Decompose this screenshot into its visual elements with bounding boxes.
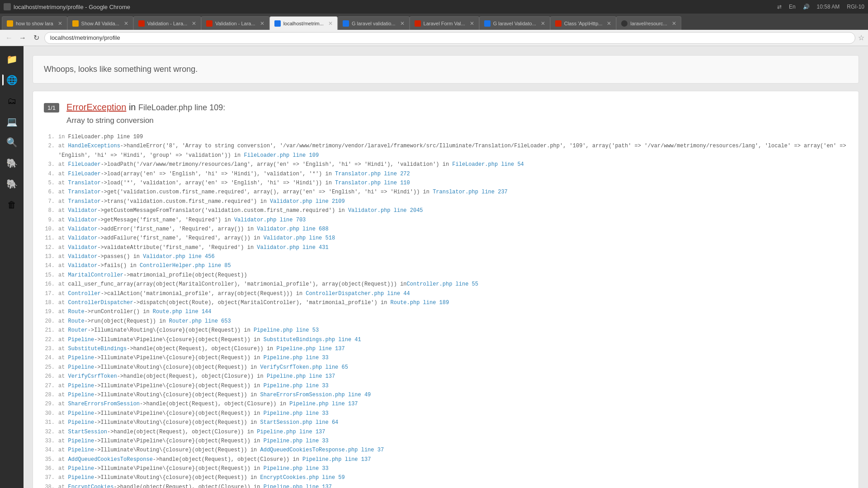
trace-class-link[interactable]: Pipeline	[68, 337, 94, 343]
tab-close-icon[interactable]: ✕	[672, 20, 676, 27]
forward-button[interactable]: →	[17, 33, 28, 43]
trace-class-link[interactable]: ControllerDispatcher	[68, 300, 133, 306]
tab-tab4[interactable]: Validation - Lara... ✕	[201, 16, 269, 30]
tab-tab5[interactable]: localhost/metrim... ✕	[269, 16, 338, 30]
taskbar-item-search[interactable]: 🔍	[2, 133, 21, 152]
trace-class-link[interactable]: VerifyCsrfToken	[68, 373, 117, 380]
trace-class-link[interactable]: Validator	[68, 207, 98, 214]
trace-file-link[interactable]: Route.php line 189	[391, 300, 449, 306]
tab-tab6[interactable]: G laravel validatio... ✕	[338, 16, 410, 30]
trace-class-link[interactable]: Pipeline	[68, 355, 94, 361]
taskbar-item-php2[interactable]: 🐘	[2, 174, 21, 193]
trace-file-link[interactable]: StartSession.php line 64	[260, 419, 338, 426]
error-class-link[interactable]: ErrorException	[66, 102, 126, 112]
trace-file-link[interactable]: Validator.php line 703	[234, 217, 306, 223]
trace-file-link[interactable]: Route.php line 144	[153, 309, 212, 315]
trace-file-link[interactable]: SubstituteBindings.php line 41	[264, 337, 361, 343]
trace-file-link[interactable]: Translator.php line 272	[335, 171, 410, 177]
tab-tab2[interactable]: Show All Valida... ✕	[67, 16, 133, 30]
trace-file-link[interactable]: ShareErrorsFromSession.php line 49	[260, 392, 371, 398]
trace-class-link[interactable]: Translator	[68, 189, 101, 195]
trace-class-link[interactable]: Pipeline	[68, 364, 94, 371]
trace-file-link[interactable]: Pipeline.php line 137	[289, 401, 358, 407]
tab-close-icon[interactable]: ✕	[192, 20, 196, 27]
trace-file-link[interactable]: ControllerHelper.php line 85	[140, 263, 231, 269]
trace-file-link[interactable]: EncryptCookies.php line 59	[260, 474, 344, 481]
trace-class-link[interactable]: Translator	[68, 198, 101, 205]
trace-class-link[interactable]: Validator	[68, 235, 98, 241]
trace-file-link[interactable]: VerifyCsrfToken.php line 65	[260, 364, 348, 371]
trace-file-link[interactable]: Pipeline.php line 33	[264, 465, 329, 472]
trace-file-link[interactable]: Pipeline.php line 33	[264, 383, 329, 389]
trace-class-link[interactable]: Validator	[68, 263, 98, 269]
trace-class-link[interactable]: Validator	[68, 253, 98, 260]
trace-file-link[interactable]: Validator.php line 431	[257, 244, 328, 251]
trace-class-link[interactable]: Controller	[68, 291, 101, 297]
tab-close-icon[interactable]: ✕	[58, 20, 62, 27]
trace-file-link[interactable]: Pipeline.php line 137	[257, 429, 325, 435]
trace-class-link[interactable]: Pipeline	[68, 474, 94, 481]
tab-tab8[interactable]: G laravel Validato... ✕	[479, 16, 550, 30]
tab-tab3[interactable]: Validation - Lara... ✕	[133, 16, 201, 30]
taskbar-item-files2[interactable]: 🗂	[2, 91, 21, 110]
trace-class-link[interactable]: Pipeline	[68, 410, 94, 417]
trace-class-link[interactable]: FileLoader	[68, 161, 101, 168]
trace-file-link[interactable]: Validator.php line 456	[143, 253, 214, 260]
trace-class-link[interactable]: ShareErrorsFromSession	[68, 401, 140, 407]
trace-class-link[interactable]: Pipeline	[68, 438, 94, 444]
trace-class-link[interactable]: Pipeline	[68, 447, 94, 453]
tab-close-icon[interactable]: ✕	[260, 20, 264, 27]
trace-file-link[interactable]: Pipeline.php line 137	[302, 456, 371, 463]
trace-file-link[interactable]: Pipeline.php line 53	[254, 327, 319, 333]
trace-file-link[interactable]: Validator.php line 2109	[270, 198, 345, 205]
address-bar[interactable]	[44, 32, 855, 44]
trace-file-link[interactable]: Pipeline.php line 33	[264, 438, 329, 444]
trace-file-link[interactable]: Pipeline.php line 137	[267, 373, 335, 380]
tab-tab10[interactable]: laravel/resourc... ✕	[616, 16, 681, 30]
trace-file-link[interactable]: Pipeline.php line 33	[264, 355, 329, 361]
tab-tab1[interactable]: how to show lara ✕	[2, 16, 67, 30]
trace-class-link[interactable]: FileLoader	[68, 171, 101, 177]
trace-class-link[interactable]: Validator	[68, 226, 98, 232]
taskbar-item-php1[interactable]: 🐘	[2, 154, 21, 173]
trace-class-link[interactable]: Validator	[68, 217, 98, 223]
trace-class-link[interactable]: StartSession	[68, 429, 107, 435]
trace-file-link[interactable]: Controller.php line 55	[407, 281, 478, 287]
trace-class-link[interactable]: Route	[68, 318, 85, 324]
trace-file-link[interactable]: FileLoader.php line 109	[244, 152, 319, 159]
trace-class-link[interactable]: Route	[68, 309, 85, 315]
reload-button[interactable]: ↻	[31, 33, 42, 43]
taskbar-item-files[interactable]: 📁	[2, 50, 21, 69]
trace-class-link[interactable]: Router	[68, 327, 88, 333]
trace-file-link[interactable]: Validator.php line 688	[257, 226, 328, 232]
tab-close-icon[interactable]: ✕	[124, 20, 128, 27]
trace-class-link[interactable]: Pipeline	[68, 383, 94, 389]
trace-file-link[interactable]: Translator.php line 110	[335, 180, 410, 186]
trace-file-link[interactable]: Pipeline.php line 137	[264, 484, 332, 488]
tab-close-icon[interactable]: ✕	[607, 20, 611, 27]
tab-tab7[interactable]: Laravel Form Val... ✕	[410, 16, 479, 30]
tab-close-icon[interactable]: ✕	[400, 20, 405, 27]
trace-class-link[interactable]: Pipeline	[68, 419, 94, 426]
trace-class-link[interactable]: Pipeline	[68, 392, 94, 398]
trace-class-link[interactable]: Translator	[68, 180, 101, 186]
trace-file-link[interactable]: ControllerDispatcher.php line 44	[306, 291, 410, 297]
trace-file-link[interactable]: Router.php line 653	[169, 318, 231, 324]
trace-file-link[interactable]: Pipeline.php line 137	[277, 346, 345, 352]
tab-close-icon[interactable]: ✕	[541, 20, 545, 27]
trace-file-link[interactable]: FileLoader.php line 54	[452, 161, 524, 168]
tab-tab9[interactable]: Class 'App\Http... ✕	[550, 16, 617, 30]
trace-class-link[interactable]: EncryptCookies	[68, 484, 114, 488]
trace-file-link[interactable]: Validator.php line 2045	[348, 207, 423, 214]
trace-class-link[interactable]: Validator	[68, 244, 98, 251]
taskbar-item-browser[interactable]: 🌐	[2, 70, 21, 89]
trace-class-link[interactable]: MaritalController	[68, 272, 123, 278]
tab-close-icon[interactable]: ✕	[470, 20, 474, 27]
back-button[interactable]: ←	[4, 33, 14, 43]
bookmark-icon[interactable]: ☆	[858, 33, 864, 42]
trace-file-link[interactable]: AddQueuedCookiesToResponse.php line 37	[260, 447, 384, 453]
taskbar-item-trash[interactable]: 🗑	[2, 195, 21, 214]
tab-close-icon[interactable]: ✕	[328, 20, 333, 27]
trace-class-link[interactable]: SubstituteBindings	[68, 346, 127, 352]
trace-class-link[interactable]: HandleExceptions	[68, 143, 120, 149]
